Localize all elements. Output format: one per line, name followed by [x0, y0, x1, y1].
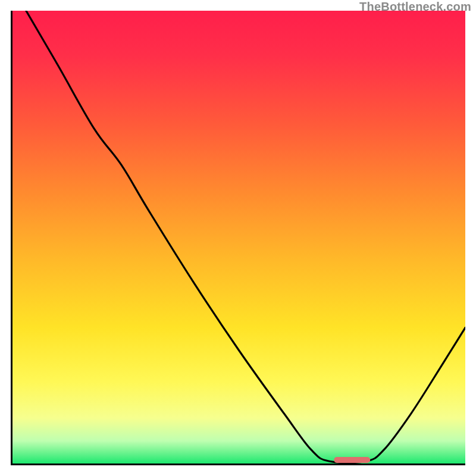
plot-area — [11, 11, 465, 465]
optimum-marker — [334, 457, 370, 463]
plot-svg — [12, 11, 465, 464]
bottleneck-chart: TheBottleneck.com — [0, 0, 476, 476]
heat-background — [12, 11, 465, 464]
